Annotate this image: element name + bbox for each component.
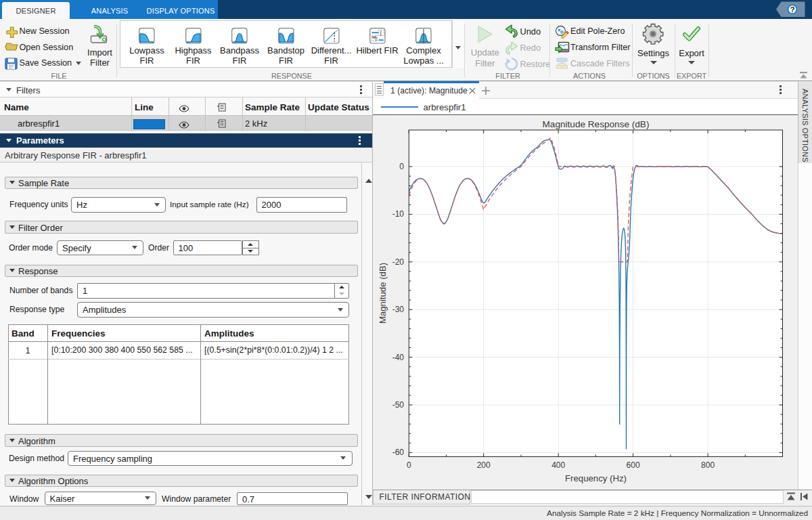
svg-text:?: ? xyxy=(790,5,795,14)
